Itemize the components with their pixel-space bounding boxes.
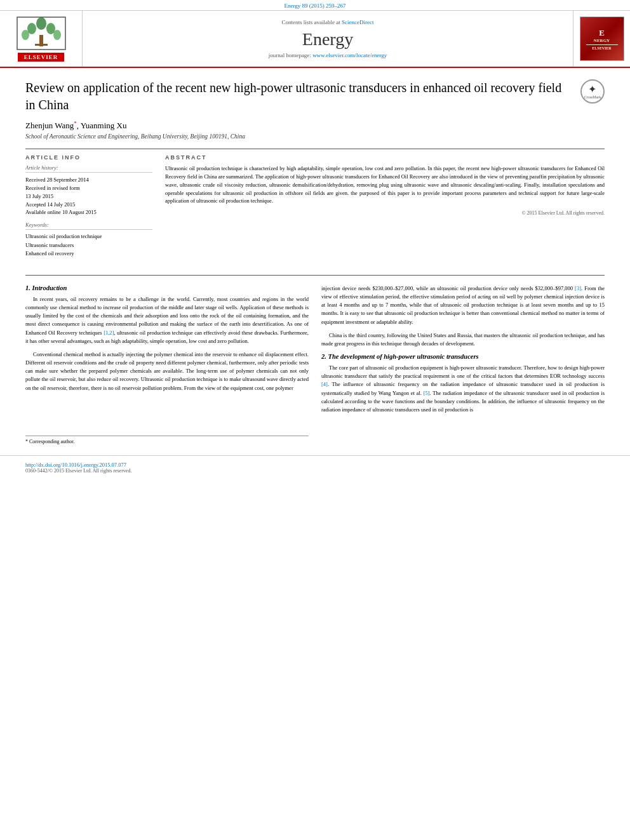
keyword-3: Enhanced oil recovery — [25, 250, 152, 258]
sciencedirect-link[interactable]: ScienceDirect — [342, 19, 373, 25]
citation-text: Energy 89 (2015) 259–267 — [284, 3, 345, 9]
body-right-col: injection device needs $230,000–$27,000,… — [321, 284, 605, 446]
svg-point-3 — [22, 30, 29, 40]
crossmark-badge: ✦ CrossMark — [580, 79, 605, 103]
article-area: Review on application of the recent new … — [0, 68, 630, 265]
revised-date: 13 July 2015 — [25, 192, 152, 201]
svg-rect-6 — [35, 44, 48, 46]
energy-logo-box: E NERGY ELSEVIER — [580, 17, 624, 61]
section1-heading: 1. Introduction — [25, 284, 309, 291]
abstract-col: ABSTRACT Ultrasonic oil production techn… — [165, 154, 605, 258]
homepage-link[interactable]: www.elsevier.com/locate/energy — [312, 52, 387, 58]
cite-5: [5] — [424, 390, 430, 396]
section1-right-para1: injection device needs $230,000–$27,000,… — [321, 284, 605, 326]
journal-name: Energy — [302, 29, 353, 50]
journal-logo-right: E NERGY ELSEVIER — [573, 11, 630, 67]
keyword-1: Ultrasonic oil production technique — [25, 232, 152, 241]
article-info-label: ARTICLE INFO — [25, 154, 152, 161]
section1-para1: In recent years, oil recovery remains to… — [25, 295, 309, 345]
affiliation: School of Aeronautic Science and Enginee… — [25, 133, 605, 140]
journal-header: ELSEVIER Contents lists available at Sci… — [0, 11, 630, 68]
contents-line: Contents lists available at ScienceDirec… — [282, 19, 374, 25]
received-date: Received 28 September 2014 — [25, 176, 152, 184]
article-info-col: ARTICLE INFO Article history: Received 2… — [25, 154, 152, 258]
cite-3: [3] — [575, 285, 581, 291]
crossmark: ✦ CrossMark — [580, 79, 605, 103]
doi-line: http://dx.doi.org/10.1016/j.energy.2015.… — [25, 461, 605, 468]
footnote-corresponding: * Corresponding author. — [25, 436, 309, 444]
body-left-col: 1. Introduction In recent years, oil rec… — [25, 284, 309, 446]
article-title: Review on application of the recent new … — [25, 79, 605, 114]
available-online: Available online 10 August 2015 — [25, 208, 152, 217]
section1-para2: Conventional chemical method is actually… — [25, 350, 309, 392]
elsevier-label: ELSEVIER — [18, 53, 65, 62]
cite-4: [4] — [321, 381, 328, 387]
body-columns: 1. Introduction In recent years, oil rec… — [0, 276, 630, 455]
journal-homepage: journal homepage: www.elsevier.com/locat… — [269, 52, 387, 58]
cite-1-2: [1,2] — [104, 330, 114, 336]
accepted-date: Accepted 14 July 2015 — [25, 201, 152, 209]
section2-para1: The core part of ultrasonic oil producti… — [321, 364, 605, 414]
authors: Zhenjun Wang*, Yuanming Xu — [25, 120, 605, 131]
received-revised-label: Received in revised form — [25, 184, 152, 192]
keyword-2: Ultrasonic transducers — [25, 241, 152, 250]
doi-link[interactable]: http://dx.doi.org/10.1016/j.energy.2015.… — [25, 462, 126, 468]
copyright-line: © 2015 Elsevier Ltd. All rights reserved… — [165, 210, 605, 216]
section1-right-para2: China is the third country, following th… — [321, 331, 605, 348]
abstract-label: ABSTRACT — [165, 154, 605, 161]
history-subhead: Article history: — [25, 164, 152, 173]
corresponding-marker: * — [74, 120, 77, 126]
article-info-abstract: ARTICLE INFO Article history: Received 2… — [25, 149, 605, 258]
date-group: Received 28 September 2014 Received in r… — [25, 176, 152, 217]
svg-point-0 — [36, 17, 46, 30]
article-footer: http://dx.doi.org/10.1016/j.energy.2015.… — [0, 455, 630, 479]
elsevier-logo-left: ELSEVIER — [0, 11, 83, 67]
elsevier-tree-svg — [16, 16, 67, 51]
svg-point-4 — [53, 30, 61, 40]
footer-issn: 0360-5442/© 2015 Elsevier Ltd. All right… — [25, 468, 605, 474]
section2-heading: 2. The development of high-power ultraso… — [321, 353, 605, 360]
abstract-text: Ultrasonic oil production technique is c… — [165, 164, 605, 205]
top-citation-bar: Energy 89 (2015) 259–267 — [0, 0, 630, 11]
journal-center: Contents lists available at ScienceDirec… — [83, 11, 573, 67]
keywords-subhead: Keywords: — [25, 222, 152, 230]
